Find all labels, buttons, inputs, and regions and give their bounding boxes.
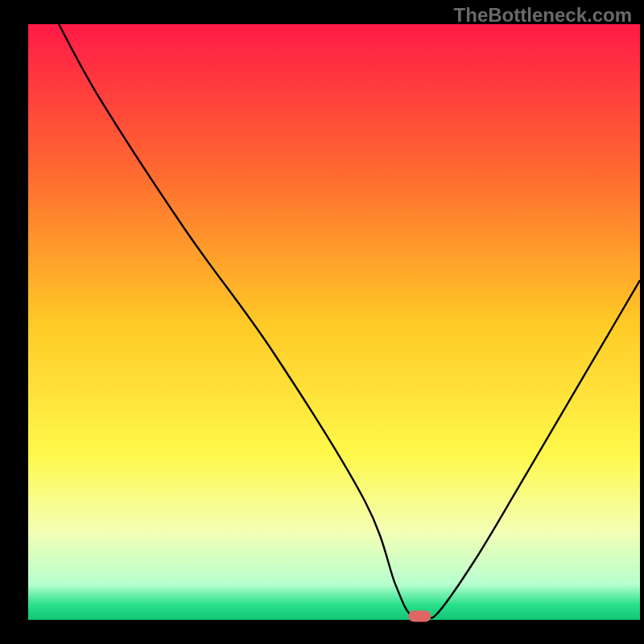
watermark-text: TheBottleneck.com [454, 4, 632, 27]
bottleneck-chart [0, 0, 644, 644]
plot-background [28, 24, 640, 620]
optimum-marker [408, 611, 431, 622]
chart-frame: { "watermark": "TheBottleneck.com", "cha… [0, 0, 644, 644]
